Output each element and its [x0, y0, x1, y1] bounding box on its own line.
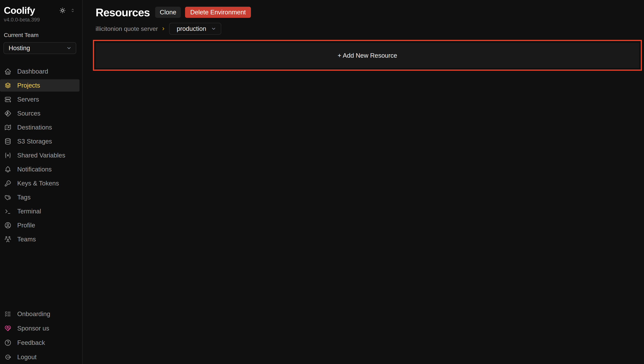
sidebar-item-profile[interactable]: Profile	[0, 219, 80, 232]
delete-environment-button[interactable]: Delete Environment	[185, 7, 251, 18]
sidebar-item-onboarding[interactable]: Onboarding	[0, 308, 80, 320]
sidebar-item-s3-storages[interactable]: S3 Storages	[0, 135, 80, 148]
sidebar-item-label: Profile	[17, 222, 35, 229]
sidebar-item-keys-tokens[interactable]: Keys & Tokens	[0, 177, 80, 190]
sidebar-item-teams[interactable]: Teams	[0, 233, 80, 246]
environment-select[interactable]: production	[169, 23, 221, 35]
sidebar-item-label: Projects	[17, 82, 40, 89]
breadcrumb: illicitonion quote server production	[96, 22, 221, 35]
user-circle-icon	[4, 222, 12, 229]
logo-actions	[60, 7, 75, 14]
sidebar-item-label: Feedback	[17, 339, 45, 346]
sidebar-collapse-icon[interactable]	[70, 8, 75, 13]
theme-toggle-sun-icon[interactable]	[60, 7, 66, 14]
key-icon	[4, 180, 12, 187]
git-diamond-icon	[4, 110, 12, 117]
help-circle-icon	[4, 339, 12, 346]
coolify-app: Coolify v4.0.0-beta.399 Current Team Hos…	[0, 0, 644, 364]
main-content: Resources Clone Delete Environment illic…	[82, 0, 644, 364]
app-version: v4.0.0-beta.399	[4, 17, 40, 23]
sidebar-item-label: Onboarding	[17, 310, 50, 318]
heart-handshake-icon	[4, 325, 12, 332]
app-logo: Coolify	[4, 5, 35, 16]
logout-icon	[4, 354, 12, 361]
sidebar-item-projects[interactable]: Projects	[0, 79, 80, 92]
map-x-icon	[4, 124, 12, 131]
clone-button[interactable]: Clone	[155, 7, 181, 18]
add-new-resource-button[interactable]: + Add New Resource	[96, 43, 639, 68]
sidebar: Coolify v4.0.0-beta.399 Current Team Hos…	[0, 0, 82, 364]
sidebar-item-terminal[interactable]: Terminal	[0, 205, 80, 218]
users-group-icon	[4, 236, 12, 243]
sidebar-item-label: Notifications	[17, 166, 52, 173]
breadcrumb-project-link[interactable]: illicitonion quote server	[96, 25, 158, 32]
sidebar-item-label: Tags	[17, 194, 31, 201]
home-icon	[4, 68, 12, 75]
variable-icon	[4, 152, 12, 159]
sidebar-item-dashboard[interactable]: Dashboard	[0, 65, 80, 78]
page-title: Resources	[96, 6, 150, 19]
server-bolt-icon	[4, 96, 12, 103]
sidebar-item-logout[interactable]: Logout	[0, 351, 80, 363]
sidebar-item-label: Logout	[17, 354, 36, 361]
environment-select-value: production	[177, 25, 206, 32]
sidebar-item-label: Teams	[17, 236, 36, 243]
chevron-down-icon	[66, 46, 72, 51]
highlight-annotation-box: + Add New Resource	[93, 40, 642, 71]
terminal-icon	[4, 208, 12, 215]
sidebar-item-tags[interactable]: Tags	[0, 191, 80, 204]
database-icon	[4, 138, 12, 145]
sidebar-item-notifications[interactable]: Notifications	[0, 163, 80, 176]
sidebar-footer-nav: OnboardingSponsor usFeedbackLogout	[0, 308, 82, 363]
sidebar-item-label: Sources	[17, 110, 40, 117]
page-header: Resources Clone Delete Environment	[96, 4, 251, 20]
checklist-icon	[4, 310, 12, 318]
sidebar-item-label: Keys & Tokens	[17, 180, 59, 187]
sidebar-item-servers[interactable]: Servers	[0, 93, 80, 106]
sidebar-item-label: S3 Storages	[17, 138, 52, 145]
sidebar-item-label: Servers	[17, 96, 39, 103]
sidebar-item-feedback[interactable]: Feedback	[0, 336, 80, 349]
layers-icon	[4, 82, 12, 89]
current-team-label: Current Team	[4, 32, 38, 38]
sidebar-item-shared-variables[interactable]: Shared Variables	[0, 149, 80, 162]
sidebar-nav: DashboardProjectsServersSourcesDestinati…	[0, 65, 82, 247]
chevron-right-icon	[161, 26, 166, 31]
sidebar-item-label: Destinations	[17, 124, 52, 131]
sidebar-item-sources[interactable]: Sources	[0, 107, 80, 120]
sidebar-item-label: Terminal	[17, 208, 41, 215]
chevron-down-icon	[211, 26, 216, 32]
sidebar-item-sponsor-us[interactable]: Sponsor us	[0, 322, 80, 334]
tags-icon	[4, 194, 12, 201]
team-select-value: Hosting	[8, 44, 30, 52]
sidebar-item-destinations[interactable]: Destinations	[0, 121, 80, 134]
sidebar-item-label: Dashboard	[17, 68, 48, 75]
sidebar-item-label: Shared Variables	[17, 152, 65, 159]
sidebar-item-label: Sponsor us	[17, 325, 49, 332]
team-select[interactable]: Hosting	[4, 42, 76, 54]
bell-icon	[4, 166, 12, 173]
